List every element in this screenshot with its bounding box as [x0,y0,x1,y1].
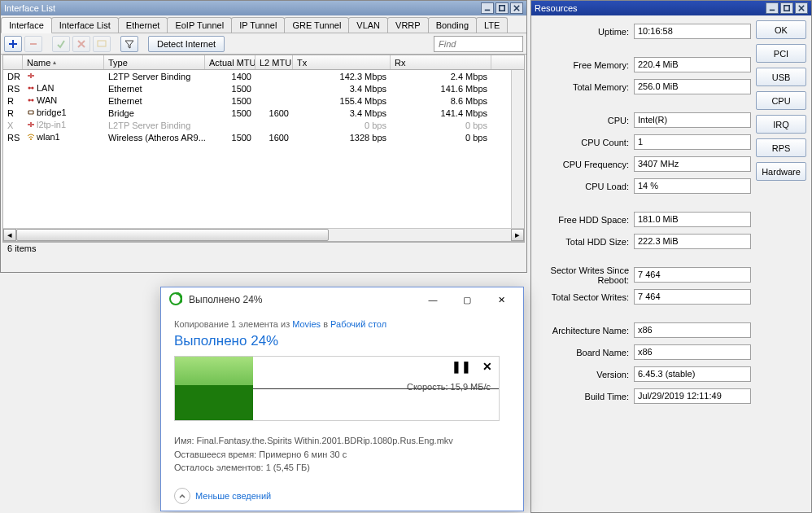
copy-progress-heading: Выполнено 24% [174,333,510,349]
resources-titlebar[interactable]: Resources [531,1,811,15]
resource-label: Total Memory: [536,82,634,92]
table-row[interactable]: Rbridge1Bridge150016003.4 Mbps141.4 Mbps [3,107,524,119]
close-button[interactable] [795,2,808,14]
cell: bridge1 [23,107,104,118]
tab-ip-tunnel[interactable]: IP Tunnel [231,17,285,33]
copy-dialog-header[interactable]: Выполнено 24% — ▢ ✕ [161,287,523,312]
maximize-button[interactable] [780,2,793,14]
filter-button[interactable] [120,36,138,52]
wlan-icon [27,133,37,142]
pause-button[interactable]: ❚❚ [452,360,471,373]
cell: l2tp-in1 [23,120,104,130]
maximize-button[interactable]: ▢ [453,291,481,309]
detect-internet-button[interactable]: Detect Internet [148,36,225,52]
copy-dst-link[interactable]: Рабочий стол [330,319,386,329]
table-body: DRL2TP Server Binding1400142.3 Mbps2.4 M… [3,70,524,143]
br-icon [27,108,37,118]
irq-button[interactable]: IRQ [756,115,806,134]
tab-vrrp[interactable]: VRRP [387,17,429,33]
copy-dialog-title: Выполнено 24% [189,294,413,305]
tab-bonding[interactable]: Bonding [428,17,477,33]
cell: 141.4 Mbps [391,108,491,118]
ok-button[interactable]: OK [756,20,806,39]
status-line: 6 items [2,242,525,255]
tab-vlan[interactable]: VLAN [348,17,388,33]
copy-info-prefix: Копирование 1 элемента из [174,319,292,329]
tab-eoip-tunnel[interactable]: EoIP Tunnel [167,17,232,33]
table-row[interactable]: DRL2TP Server Binding1400142.3 Mbps2.4 M… [3,70,524,82]
tab-interface[interactable]: Interface [1,17,52,33]
cell: 3.4 Mbps [293,108,391,118]
resource-label: Free HDD Space: [536,215,634,225]
close-button[interactable]: ✕ [487,291,515,309]
resource-value: 14 % [634,178,751,194]
copy-src-link[interactable]: Movies [292,319,321,329]
resource-label: CPU Count: [536,138,634,147]
remove-button[interactable] [24,36,42,52]
resource-row: Free HDD Space:181.0 MiB [536,208,751,230]
resource-value: 222.3 MiB [634,234,751,249]
tab-gre-tunnel[interactable]: GRE Tunnel [284,17,349,33]
tab-interface-list[interactable]: Interface List [51,17,119,33]
resource-row: CPU Load:14 % [536,175,751,197]
resource-label: CPU: [536,116,634,125]
column-header[interactable]: Name▴ [23,55,104,69]
resource-value: 7 464 [634,289,751,305]
hardware-button[interactable]: Hardware [756,162,806,181]
resources-title: Resources [535,3,578,13]
resource-label: Version: [536,370,634,379]
usb-button[interactable]: USB [756,68,806,86]
cell: R [3,108,23,118]
table-row[interactable]: Xl2tp-in1L2TP Server Binding0 bps0 bps [3,119,524,131]
minimize-button[interactable]: — [419,291,447,309]
resource-row: Total Sector Writes:7 464 [536,286,751,308]
add-button[interactable] [4,36,22,52]
table-row[interactable]: RWANEthernet1500155.4 Mbps8.6 Mbps [3,94,524,107]
maximize-button[interactable] [495,2,509,14]
tab-ethernet[interactable]: Ethernet [118,17,168,33]
hscrollbar[interactable]: ◂ ▸ [3,228,524,241]
minimize-button[interactable] [481,2,494,14]
resource-value: x86 [634,322,751,338]
less-details-label: Меньше сведений [195,491,271,501]
cancel-button[interactable]: ✕ [482,360,492,373]
vscrollbar[interactable] [511,70,524,228]
cell: 142.3 Mbps [293,72,391,81]
close-button[interactable] [510,2,523,14]
table-row[interactable]: RSLANEthernet15003.4 Mbps141.6 Mbps [3,82,524,94]
table-row[interactable]: RSwlan1Wireless (Atheros AR9...150016001… [3,131,524,143]
scroll-thumb[interactable] [16,229,329,241]
find-input[interactable] [434,36,523,52]
resource-row: Build Time:Jul/29/2019 12:11:49 [536,385,751,407]
resource-row: CPU:Intel(R) [536,109,751,131]
copy-name-value: Final.Fantasy.the.Spirits Within.2001.BD… [197,436,453,445]
column-header[interactable]: Tx [293,55,391,69]
cell: 1500 [205,84,255,94]
disable-button[interactable] [72,36,90,52]
resource-label: CPU Load: [536,182,634,191]
less-details-toggle[interactable]: Меньше сведений [174,488,510,504]
cell: Ethernet [104,84,205,94]
enable-button[interactable] [52,36,70,52]
column-header[interactable]: Actual MTU [205,55,255,69]
cpu-button[interactable]: CPU [756,91,806,110]
cell: 141.6 Mbps [391,84,491,94]
rps-button[interactable]: RPS [756,138,806,157]
resource-value: Jul/29/2019 12:11:49 [634,388,751,404]
resource-row: Total HDD Size:222.3 MiB [536,230,751,252]
scroll-left-icon[interactable]: ◂ [3,229,16,241]
resources-window: Resources Uptime:10:16:58Free Memory:220… [530,0,812,513]
copy-remaining-label: Оставшееся время: [174,449,259,459]
cell: L2TP Server Binding [104,72,205,81]
column-header[interactable]: Rx [391,55,491,69]
scroll-right-icon[interactable]: ▸ [511,229,524,241]
comment-button[interactable] [93,36,111,52]
tab-lte[interactable]: LTE [476,17,508,33]
copy-info-line: Копирование 1 элемента из Movies в Рабоч… [174,318,510,330]
column-header[interactable]: L2 MTU [255,55,293,69]
column-header[interactable]: Type [104,55,205,69]
minimize-button[interactable] [766,2,779,14]
interface-list-titlebar[interactable]: Interface List [1,1,526,15]
column-header[interactable] [3,55,23,69]
pci-button[interactable]: PCI [756,44,806,63]
